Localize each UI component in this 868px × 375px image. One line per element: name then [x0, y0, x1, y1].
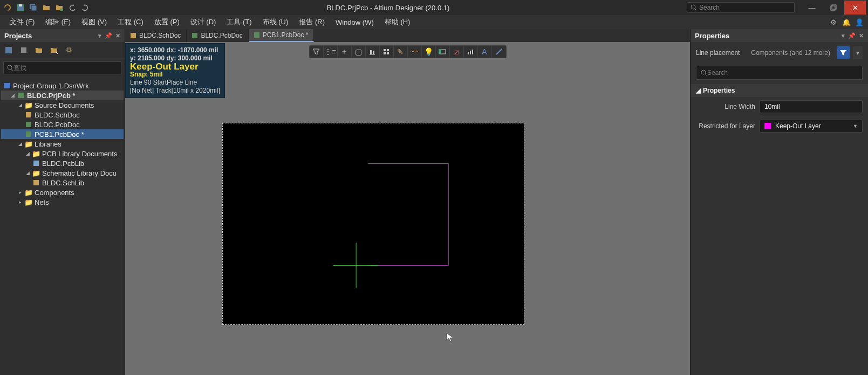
- properties-search-input[interactable]: [707, 69, 858, 77]
- tree-pcb-lib-docs[interactable]: ◢📁PCB Library Documents: [1, 149, 124, 158]
- tree-sch-lib[interactable]: BLDC.SchLib: [1, 178, 124, 188]
- tree-doc-pcb1[interactable]: PCB1.PcbDoc *: [1, 129, 124, 139]
- tree-pcb-lib-label: BLDC.PcbLib: [42, 159, 84, 168]
- project-explore-icon[interactable]: [50, 46, 58, 54]
- projects-toolbar: ⚙: [0, 42, 125, 58]
- svg-rect-26: [472, 50, 473, 54]
- svg-rect-3: [31, 5, 37, 11]
- project-compile-icon[interactable]: [19, 46, 28, 54]
- report-icon[interactable]: [464, 46, 478, 58]
- tree-source-docs-label: Source Documents: [35, 101, 94, 109]
- properties-section-header[interactable]: ◢Properties: [691, 84, 868, 97]
- project-save-icon[interactable]: [4, 46, 13, 54]
- svg-point-5: [691, 5, 695, 9]
- save-all-icon[interactable]: [29, 3, 38, 12]
- filter-dropdown-icon[interactable]: ▾: [853, 46, 863, 59]
- tab-pcb1[interactable]: PCB1.PcbDoc *: [249, 29, 315, 42]
- open-folder-icon[interactable]: [42, 3, 51, 12]
- grid-icon[interactable]: [380, 46, 394, 58]
- tab-pcb[interactable]: BLDC.PcbDoc: [187, 29, 248, 42]
- menu-design[interactable]: 设计 (D): [185, 15, 222, 29]
- diff-icon[interactable]: ⧄: [450, 46, 464, 58]
- menu-window[interactable]: Window (W): [330, 16, 379, 29]
- svg-rect-20: [384, 52, 386, 54]
- panel-close-icon[interactable]: ✕: [859, 32, 864, 39]
- tree-sch-lib-docs[interactable]: ◢📁Schematic Library Docu: [1, 168, 124, 178]
- align-icon[interactable]: [366, 46, 380, 58]
- close-button[interactable]: ✕: [844, 1, 866, 15]
- panel-pin-icon[interactable]: 📌: [105, 32, 112, 39]
- project-settings-icon[interactable]: ⚙: [65, 46, 73, 54]
- minimize-button[interactable]: —: [801, 1, 823, 15]
- settings-gear-icon[interactable]: ⚙: [829, 18, 838, 26]
- tab-sch[interactable]: BLDC.SchDoc: [125, 29, 187, 42]
- tree-doc-sch[interactable]: BLDC.SchDoc: [1, 110, 124, 120]
- canvas-area[interactable]: x: 3650.000 dx: -1870.000 mil y: 2185.00…: [125, 42, 690, 375]
- route-icon[interactable]: ✎: [394, 46, 408, 58]
- svg-rect-21: [387, 52, 389, 54]
- filter-button[interactable]: [837, 46, 850, 59]
- project-add-folder-icon[interactable]: [35, 46, 43, 54]
- panel-dropdown-icon[interactable]: ▾: [842, 32, 845, 39]
- svg-rect-8: [832, 5, 836, 9]
- redo-icon[interactable]: [81, 3, 90, 12]
- tree-pcb-lib[interactable]: BLDC.PcbLib: [1, 158, 124, 168]
- tree-sch-lib-docs-label: Schematic Library Docu: [42, 169, 117, 177]
- line-width-input[interactable]: 10mil: [760, 100, 863, 113]
- snap-options-icon[interactable]: ⋮≡: [324, 46, 338, 58]
- menu-file[interactable]: 文件 (F): [4, 15, 40, 29]
- menu-view[interactable]: 视图 (V): [76, 15, 112, 29]
- projects-search-input[interactable]: [13, 64, 118, 72]
- pcb-canvas[interactable]: [222, 123, 524, 325]
- menu-help[interactable]: 帮助 (H): [379, 15, 416, 29]
- search-icon: [691, 4, 697, 11]
- line-width-value: 10mil: [764, 103, 780, 110]
- tree-source-docs[interactable]: ◢📁Source Documents: [1, 100, 124, 110]
- svg-rect-23: [439, 50, 441, 54]
- svg-line-12: [11, 69, 13, 71]
- tree-libraries[interactable]: ◢📁Libraries: [1, 139, 124, 149]
- menu-tools[interactable]: 工具 (T): [221, 15, 257, 29]
- add-icon[interactable]: ＋: [338, 46, 352, 58]
- projects-search[interactable]: [3, 61, 121, 74]
- undo-icon[interactable]: [68, 3, 77, 12]
- filter-icon[interactable]: [310, 46, 324, 58]
- tree-root[interactable]: Project Group 1.DsnWrk: [1, 81, 124, 91]
- tree-pcb-lib-docs-label: PCB Library Documents: [42, 150, 117, 158]
- user-icon[interactable]: 👤: [855, 18, 864, 26]
- tree-nets-label: Nets: [35, 198, 49, 206]
- svg-line-31: [705, 74, 707, 75]
- document-tabs: BLDC.SchDoc BLDC.PcbDoc PCB1.PcbDoc *: [125, 29, 690, 42]
- line-tool-icon[interactable]: [492, 46, 506, 58]
- menu-place[interactable]: 放置 (P): [149, 15, 185, 29]
- panel-pin-icon[interactable]: 📌: [848, 32, 856, 39]
- notifications-bell-icon[interactable]: 🔔: [842, 18, 851, 26]
- highlight-icon[interactable]: 💡: [422, 46, 436, 58]
- save-icon[interactable]: [16, 3, 25, 12]
- open-project-icon[interactable]: [55, 3, 64, 12]
- tree-project[interactable]: ◢BLDC.PrjPcb *: [1, 91, 124, 100]
- global-search-input[interactable]: Search: [687, 2, 795, 13]
- menu-report[interactable]: 报告 (R): [293, 15, 330, 29]
- panel-close-icon[interactable]: ✕: [115, 32, 120, 39]
- tree-components[interactable]: ▸📁Components: [1, 188, 124, 197]
- filter-summary[interactable]: Components (and 12 more): [751, 49, 830, 57]
- rectangle-icon[interactable]: ▢: [352, 46, 366, 58]
- menu-project[interactable]: 工程 (C): [112, 15, 149, 29]
- panel-icon[interactable]: [436, 46, 450, 58]
- maximize-button[interactable]: [823, 1, 844, 15]
- restricted-layer-select[interactable]: Keep-Out Layer ▼: [760, 120, 863, 133]
- measure-icon[interactable]: 〰: [408, 46, 422, 58]
- panel-dropdown-icon[interactable]: ▾: [98, 32, 101, 39]
- svg-rect-16: [370, 50, 372, 54]
- tree-nets[interactable]: ▸📁Nets: [1, 197, 124, 207]
- active-bar: ⋮≡ ＋ ▢ ✎ 〰 💡 ⧄ A: [309, 45, 507, 58]
- properties-panel-title: Properties: [695, 32, 729, 40]
- svg-point-30: [701, 70, 706, 74]
- properties-search[interactable]: [696, 66, 863, 80]
- tree-doc-pcb[interactable]: BLDC.PcbDoc: [1, 120, 124, 129]
- projects-tree: Project Group 1.DsnWrk ◢BLDC.PrjPcb * ◢📁…: [0, 78, 125, 210]
- menu-edit[interactable]: 编辑 (E): [40, 15, 76, 29]
- menu-route[interactable]: 布线 (U): [257, 15, 294, 29]
- text-icon[interactable]: A: [478, 46, 492, 58]
